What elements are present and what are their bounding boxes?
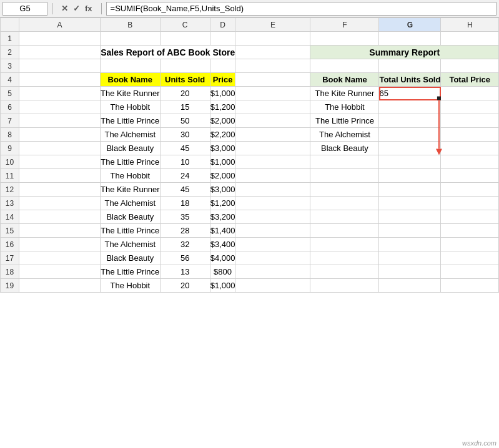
cell-H5[interactable] (441, 87, 499, 100)
cell-B6[interactable]: The Hobbit (101, 100, 161, 114)
cell-H8[interactable] (441, 128, 499, 142)
cell-D5[interactable]: $1,000 (210, 87, 235, 100)
cell-H11[interactable] (441, 169, 499, 183)
cell-D16[interactable]: $3,400 (210, 238, 235, 251)
cell-B5[interactable]: The Kite Runner (101, 87, 161, 100)
cell-A13[interactable] (19, 197, 101, 210)
col-header-E[interactable]: E (235, 18, 310, 32)
cell-F14[interactable] (310, 210, 379, 224)
sales-report-title[interactable]: Sales Report of ABC Book Store (101, 46, 235, 59)
cell-F13[interactable] (310, 197, 379, 210)
row-header-4[interactable]: 4 (1, 73, 19, 87)
cell-G19[interactable] (379, 279, 441, 293)
summary-header-bookname[interactable]: Book Name (310, 73, 379, 87)
cell-F18[interactable] (310, 265, 379, 279)
cell-H17[interactable] (441, 251, 499, 265)
cell-H7[interactable] (441, 114, 499, 128)
cell-E5[interactable] (235, 87, 310, 100)
cell-G18[interactable] (379, 265, 441, 279)
cell-E4[interactable] (235, 73, 310, 87)
cell-G1[interactable] (379, 32, 441, 46)
cell-G15[interactable] (379, 224, 441, 238)
cell-A11[interactable] (19, 169, 101, 183)
cell-C7[interactable]: 50 (160, 114, 210, 128)
col-header-C[interactable]: C (160, 18, 210, 32)
row-header-12[interactable]: 12 (1, 183, 19, 197)
cell-E14[interactable] (235, 210, 310, 224)
cell-A19[interactable] (19, 279, 101, 293)
col-header-H[interactable]: H (441, 18, 499, 32)
cell-F10[interactable] (310, 155, 379, 169)
cell-C12[interactable]: 45 (160, 183, 210, 197)
cell-C11[interactable]: 24 (160, 169, 210, 183)
cell-D13[interactable]: $1,200 (210, 197, 235, 210)
cell-G12[interactable] (379, 183, 441, 197)
cell-E12[interactable] (235, 183, 310, 197)
cell-C1[interactable] (160, 32, 210, 46)
cell-D6[interactable]: $1,200 (210, 100, 235, 114)
cell-H15[interactable] (441, 224, 499, 238)
cell-B15[interactable]: The Little Prince (101, 224, 161, 238)
cell-A7[interactable] (19, 114, 101, 128)
cell-F8[interactable]: The Alchemist (310, 128, 379, 142)
cell-F5[interactable]: The Kite Runner (310, 87, 379, 100)
cell-reference-box[interactable]: G5 (2, 2, 47, 16)
row-header-17[interactable]: 17 (1, 251, 19, 265)
cell-E10[interactable] (235, 155, 310, 169)
cell-D15[interactable]: $1,400 (210, 224, 235, 238)
cell-B1[interactable] (101, 32, 161, 46)
cell-B16[interactable]: The Alchemist (101, 238, 161, 251)
col-header-G[interactable]: G (379, 18, 441, 32)
cell-H12[interactable] (441, 183, 499, 197)
cell-A17[interactable] (19, 251, 101, 265)
col-header-D[interactable]: D (210, 18, 235, 32)
cell-H10[interactable] (441, 155, 499, 169)
row-header-14[interactable]: 14 (1, 210, 19, 224)
cell-A9[interactable] (19, 142, 101, 155)
cell-E19[interactable] (235, 279, 310, 293)
cell-D11[interactable]: $2,000 (210, 169, 235, 183)
cell-D14[interactable]: $3,200 (210, 210, 235, 224)
cell-F6[interactable]: The Hobbit (310, 100, 379, 114)
cell-F16[interactable] (310, 238, 379, 251)
cell-C15[interactable]: 28 (160, 224, 210, 238)
cell-A4[interactable] (19, 73, 101, 87)
cell-C18[interactable]: 13 (160, 265, 210, 279)
row-header-19[interactable]: 19 (1, 279, 19, 293)
cell-A16[interactable] (19, 238, 101, 251)
confirm-icon[interactable]: ✓ (71, 4, 82, 13)
row-header-8[interactable]: 8 (1, 128, 19, 142)
cell-H19[interactable] (441, 279, 499, 293)
cell-A3[interactable] (19, 59, 101, 73)
cell-C6[interactable]: 15 (160, 100, 210, 114)
cell-E7[interactable] (235, 114, 310, 128)
cell-A8[interactable] (19, 128, 101, 142)
cell-G6[interactable] (379, 100, 441, 114)
cell-B9[interactable]: Black Beauty (101, 142, 161, 155)
cell-G8[interactable] (379, 128, 441, 142)
cell-B13[interactable]: The Alchemist (101, 197, 161, 210)
cell-F17[interactable] (310, 251, 379, 265)
cell-H1[interactable] (441, 32, 499, 46)
cell-B14[interactable]: Black Beauty (101, 210, 161, 224)
cell-G17[interactable] (379, 251, 441, 265)
cell-E16[interactable] (235, 238, 310, 251)
cell-G14[interactable] (379, 210, 441, 224)
cell-E17[interactable] (235, 251, 310, 265)
cell-C14[interactable]: 35 (160, 210, 210, 224)
cell-B7[interactable]: The Little Prince (101, 114, 161, 128)
cell-G16[interactable] (379, 238, 441, 251)
cell-H18[interactable] (441, 265, 499, 279)
cell-E3[interactable] (235, 59, 310, 73)
cell-A15[interactable] (19, 224, 101, 238)
cell-C10[interactable]: 10 (160, 155, 210, 169)
cell-A10[interactable] (19, 155, 101, 169)
cell-F19[interactable] (310, 279, 379, 293)
row-header-7[interactable]: 7 (1, 114, 19, 128)
cell-H13[interactable] (441, 197, 499, 210)
row-header-5[interactable]: 5 (1, 87, 19, 100)
col-header-A[interactable]: A (19, 18, 101, 32)
cell-F1[interactable] (310, 32, 379, 46)
row-header-13[interactable]: 13 (1, 197, 19, 210)
cell-F12[interactable] (310, 183, 379, 197)
